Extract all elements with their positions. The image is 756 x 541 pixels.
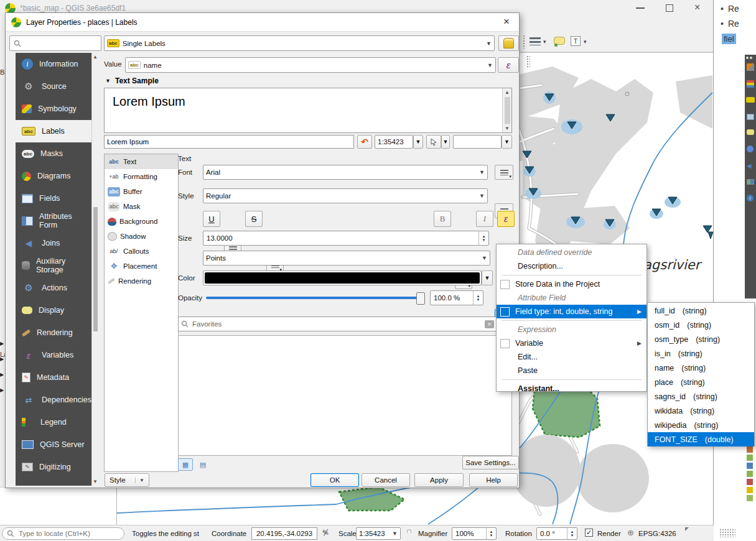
- locate-input[interactable]: [17, 529, 119, 538]
- style-combo[interactable]: Regular▼: [203, 188, 488, 203]
- ok-button[interactable]: OK: [310, 473, 359, 487]
- list-view-toggle[interactable]: ▤: [195, 458, 210, 471]
- opacity-slider[interactable]: [206, 290, 425, 305]
- sidebar-item-display[interactable]: Display: [16, 299, 91, 321]
- sidebar-item-variables[interactable]: εVariables: [16, 344, 91, 366]
- slider-handle[interactable]: [416, 292, 425, 305]
- submenu-item-is-in[interactable]: is_in(string): [648, 346, 754, 361]
- coordinate-box[interactable]: 20.4195,-34.0293: [251, 527, 317, 540]
- apply-button[interactable]: Apply: [414, 473, 464, 487]
- sidebar-item-legend[interactable]: Legend: [16, 411, 91, 433]
- annotation-dropdown-icon[interactable]: ▾: [584, 39, 587, 45]
- labeling-mode-combo[interactable]: abc Single Labels ▼: [104, 35, 495, 51]
- sidebar-item-information[interactable]: iInformation: [16, 53, 91, 75]
- sidebar-item-qgis-server[interactable]: QGIS Server: [16, 433, 91, 456]
- sidebar-item-attributes-form[interactable]: Attributes Form: [16, 210, 91, 232]
- strikethrough-button[interactable]: S: [245, 211, 263, 227]
- scale-combo[interactable]: 1:35423▼: [356, 527, 401, 540]
- layer-labeling-options-icon[interactable]: [530, 37, 541, 45]
- properties-search-box[interactable]: [9, 35, 101, 51]
- checkbox-icon[interactable]: [500, 280, 510, 289]
- globe-icon[interactable]: ⊕: [627, 528, 634, 537]
- opacity-spin-arrows[interactable]: ▲▼: [473, 291, 483, 305]
- sidebar-item-joins[interactable]: ◀Joins: [16, 232, 91, 254]
- style-dropdown-icon[interactable]: ▼: [477, 193, 485, 199]
- rotation-spin-arrows[interactable]: ▲▼: [567, 528, 577, 539]
- expression-builder-button[interactable]: ε: [498, 57, 519, 73]
- magnifier-spin[interactable]: 100%▲▼: [452, 527, 497, 540]
- dialog-title-bar[interactable]: Layer Properties - places | Labels ×: [6, 13, 519, 32]
- size-spin-arrows[interactable]: ▲▼: [478, 231, 488, 245]
- render-checkbox[interactable]: ✓: [585, 529, 593, 537]
- menu-item-description[interactable]: Description...: [497, 259, 646, 273]
- italic-button[interactable]: I: [476, 211, 493, 227]
- sidebar-item-metadata[interactable]: ✎Metadata: [16, 366, 91, 389]
- text-sample-collapse-icon[interactable]: ▼: [105, 78, 111, 84]
- sidebar-item-masks[interactable]: abcMasks: [16, 142, 91, 165]
- sidebar-item-auxiliary-storage[interactable]: Auxiliary Storage: [16, 254, 91, 277]
- size-spinbox[interactable]: 13.0000▲▼: [203, 231, 489, 246]
- text-annotation-icon[interactable]: T: [571, 36, 581, 46]
- dialog-close-icon[interactable]: ×: [503, 16, 510, 28]
- tab-formatting[interactable]: +abFormatting: [105, 169, 178, 184]
- tab-text[interactable]: abcText: [105, 154, 178, 169]
- tab-mask[interactable]: abcMask: [105, 199, 178, 214]
- checkbox-icon[interactable]: [500, 307, 510, 317]
- value-dropdown-icon[interactable]: ▼: [485, 62, 493, 68]
- size-unit-combo[interactable]: Points▼: [203, 251, 490, 266]
- sidebar-item-3d-view[interactable]: ◆3D Vi: [16, 478, 91, 486]
- menu-item-paste[interactable]: Paste: [497, 364, 646, 377]
- favorites-search-combo[interactable]: Favorites ×: [178, 317, 497, 331]
- style-list-box[interactable]: [178, 335, 512, 456]
- tab-callouts[interactable]: ab/Callouts: [105, 244, 178, 259]
- sidebar-item-digitizing[interactable]: ✎Digitizing: [16, 456, 91, 478]
- labeling-mode-dropdown-icon[interactable]: ▼: [483, 40, 492, 47]
- extent-pen-icon[interactable]: ✎̸: [322, 527, 330, 538]
- sample-reset-button[interactable]: ↶: [357, 135, 372, 149]
- resize-grip[interactable]: [719, 529, 735, 537]
- sample-extra-combo[interactable]: [453, 135, 502, 149]
- menu-item-field-type[interactable]: Field type: int, double, string▶: [497, 305, 646, 318]
- submenu-item-name[interactable]: name(string): [648, 361, 754, 375]
- save-settings-button[interactable]: Save Settings...: [462, 456, 519, 469]
- auto-placement-settings-button[interactable]: [498, 35, 519, 51]
- checkbox-icon[interactable]: [500, 339, 510, 348]
- menu-item-assistant[interactable]: Assistant...: [497, 382, 646, 395]
- value-field-combo[interactable]: abc name ▼: [125, 57, 496, 73]
- tab-placement[interactable]: ✥Placement: [105, 259, 178, 274]
- submenu-item-full-id[interactable]: full_id(string): [648, 303, 754, 318]
- color-swatch-button[interactable]: [203, 270, 482, 285]
- clear-search-icon[interactable]: ×: [485, 320, 494, 328]
- toolbar-grip[interactable]: [523, 35, 525, 49]
- help-button[interactable]: Help: [469, 473, 518, 487]
- sidebar-item-diagrams[interactable]: Diagrams: [16, 165, 91, 187]
- sidebar-item-source[interactable]: ⚙Source: [16, 75, 91, 98]
- submenu-item-font-size[interactable]: FONT_SIZE(double): [648, 432, 754, 446]
- sample-text-input[interactable]: [104, 135, 354, 149]
- font-expression-button[interactable]: ε: [497, 211, 515, 227]
- map-settings-dropdown[interactable]: ▼: [441, 135, 450, 149]
- sample-scale-dropdown[interactable]: ▼: [413, 135, 423, 149]
- submenu-item-place[interactable]: place(string): [648, 375, 754, 389]
- menu-item-store-data[interactable]: Store Data in the Project: [497, 277, 646, 291]
- font-combo[interactable]: Arial▼: [203, 165, 488, 180]
- color-dropdown-button[interactable]: ▼: [482, 270, 493, 285]
- close-window-icon[interactable]: ×: [694, 2, 700, 13]
- sidebar-item-symbology[interactable]: Symbology: [16, 98, 91, 120]
- submenu-item-wikipedia[interactable]: wikipedia(string): [648, 418, 754, 432]
- style-menu-button[interactable]: Style▼: [105, 473, 149, 487]
- bold-button[interactable]: B: [434, 211, 451, 227]
- tab-buffer[interactable]: abcBuffer: [105, 184, 178, 199]
- tab-rendering[interactable]: Rendering: [105, 274, 178, 289]
- sidebar-item-labels[interactable]: abcLabels: [16, 120, 91, 142]
- scale-dropdown-icon[interactable]: ▼: [390, 530, 398, 537]
- icon-view-toggle[interactable]: ▦: [178, 458, 193, 471]
- menu-item-variable[interactable]: Variable▶: [497, 336, 646, 350]
- font-data-defined-button[interactable]: ▾: [495, 165, 513, 180]
- epsg-label[interactable]: EPSG:4326: [638, 530, 676, 537]
- minimize-button[interactable]: [636, 7, 645, 9]
- magnifier-spin-arrows[interactable]: ▲▼: [486, 528, 496, 539]
- labeling-dropdown-icon[interactable]: ▾: [543, 39, 546, 45]
- locate-box[interactable]: [2, 527, 124, 540]
- submenu-item-sagns-id[interactable]: sagns_id(string): [648, 389, 754, 404]
